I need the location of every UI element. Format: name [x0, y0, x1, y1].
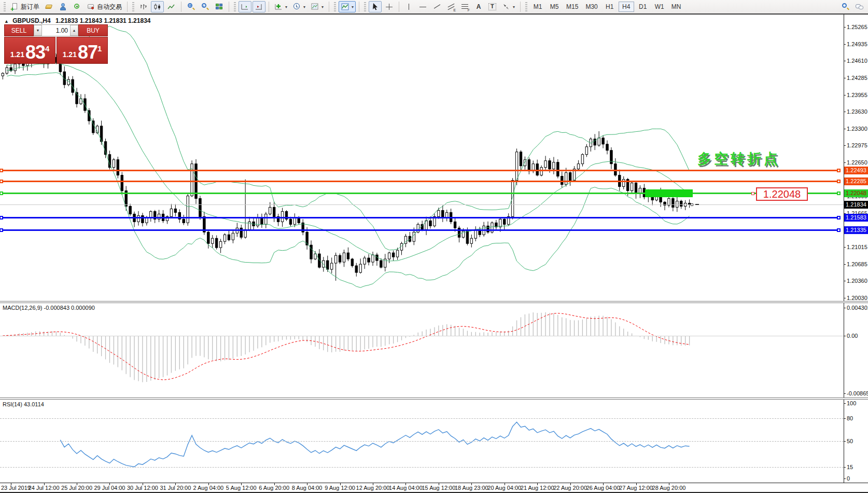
date-label: 26 Aug 04:00 — [586, 485, 620, 491]
ohlc-values: 1.21833 1.21843 1.21831 1.21834 — [55, 17, 151, 24]
cursor-tool-button[interactable] — [369, 1, 382, 12]
buy-price-box[interactable]: 1.21871 — [57, 37, 108, 64]
line-anchor-left[interactable] — [0, 216, 3, 220]
timeframe-m30[interactable]: M30 — [582, 2, 600, 12]
bar-chart-button[interactable] — [137, 1, 150, 12]
timeframe-m15[interactable]: M15 — [563, 2, 581, 12]
price-tick — [844, 129, 846, 129]
toolbar-grip — [4, 2, 6, 11]
line-anchor-left[interactable] — [0, 191, 3, 195]
price-tick-label: 1.23300 — [847, 126, 867, 132]
price-tick — [844, 112, 846, 112]
line-anchor-right[interactable] — [837, 180, 841, 183]
current-price-tag: 1.21834 — [844, 201, 868, 209]
trendline-tool-button[interactable] — [430, 1, 443, 12]
price-callout-label[interactable]: 1.22048 — [756, 187, 808, 201]
signals-button[interactable] — [71, 1, 83, 12]
timeframe-h1[interactable]: H1 — [602, 2, 618, 12]
pane-separator-macd[interactable] — [0, 301, 868, 303]
autotrading-button[interactable]: 自动交易 — [85, 1, 124, 12]
arrows-dropdown-arrow[interactable]: ▾ — [513, 5, 515, 9]
search-button[interactable] — [839, 1, 852, 12]
horizontal-line-1.21335[interactable] — [0, 229, 839, 231]
line-chart-button[interactable] — [165, 1, 178, 12]
templates-dropdown-arrow[interactable]: ▾ — [321, 5, 324, 9]
horizontal-line-1.21583[interactable] — [0, 217, 839, 218]
new-order-button[interactable]: + 新订单 — [8, 1, 41, 12]
macd-tick — [844, 393, 846, 394]
community-button[interactable] — [57, 1, 69, 12]
line-anchor-right[interactable] — [837, 169, 841, 172]
date-label: 28 Aug 20:00 — [652, 485, 686, 491]
sell-price-box[interactable]: 1.21834 — [4, 37, 55, 64]
macd-scale-label: 0.00 — [847, 333, 858, 339]
macd-scale-label: -0.008651 — [847, 390, 868, 396]
timeframe-m1[interactable]: M1 — [530, 2, 545, 12]
line-anchor-right[interactable] — [837, 216, 841, 220]
rsi-level-15 — [0, 467, 844, 468]
chat-button[interactable] — [853, 1, 866, 12]
indicators-dropdown-arrow[interactable]: ▾ — [285, 5, 287, 9]
channel-tool-button[interactable]: E — [444, 1, 457, 12]
line-anchor-left[interactable] — [0, 169, 3, 172]
sell-button[interactable]: SELL — [4, 24, 34, 36]
last-close-dash — [695, 204, 699, 205]
line-anchor-right[interactable] — [837, 191, 841, 195]
buy-button[interactable]: BUY — [78, 24, 108, 36]
crosshair-tool-button[interactable] — [383, 1, 396, 12]
horizontal-line-1.22285[interactable] — [0, 181, 839, 182]
date-label: 23 Jul 2019 — [1, 485, 31, 491]
timeframe-w1[interactable]: W1 — [652, 2, 667, 12]
date-label: 14 Aug 04:00 — [389, 485, 423, 491]
price-callout-anchor[interactable] — [751, 192, 754, 195]
line-anchor-left[interactable] — [0, 228, 3, 232]
volume-increase-button[interactable]: ▲ — [70, 25, 78, 36]
chart-area[interactable]: ▲ GBPUSD.,H4 1.21833 1.21843 1.21831 1.2… — [0, 15, 868, 492]
timeframe-mn[interactable]: MN — [668, 2, 684, 12]
templates-button[interactable]: ▾ — [309, 1, 326, 12]
zoom-out-button[interactable]: - — [199, 1, 212, 12]
rsi-tick — [844, 467, 846, 468]
candlestick-chart-button[interactable] — [151, 1, 164, 12]
volume-decrease-button[interactable]: ▼ — [34, 25, 42, 36]
volume-input[interactable] — [42, 25, 70, 36]
horizontal-line-tool-button[interactable] — [416, 1, 429, 12]
timeframe-h4[interactable]: H4 — [619, 2, 634, 12]
chart-profile-dropdown-arrow[interactable]: ▾ — [352, 5, 354, 9]
price-tick — [844, 95, 846, 95]
autotrading-label: 自动交易 — [97, 3, 122, 11]
auto-scroll-button[interactable] — [239, 1, 251, 12]
collapse-triangle-icon[interactable]: ▲ — [4, 19, 9, 24]
metaeditor-button[interactable] — [43, 1, 55, 12]
zoom-in-button[interactable]: + — [185, 1, 198, 12]
chart-shift-button[interactable] — [253, 1, 265, 12]
chart-profile-button[interactable]: ▾ — [339, 1, 356, 12]
highlight-rectangle[interactable] — [645, 189, 693, 198]
horizontal-line-1.22048[interactable] — [0, 193, 839, 194]
price-tick-label: 1.22975 — [847, 142, 867, 148]
bar-chart-icon — [139, 3, 148, 11]
turning-point-annotation[interactable]: 多空转折点 — [697, 149, 780, 168]
tile-windows-icon — [215, 3, 223, 11]
timeframe-d1[interactable]: D1 — [635, 2, 651, 12]
text-label-tool-button[interactable]: T — [486, 1, 499, 12]
fibonacci-icon: F — [460, 3, 469, 11]
fibonacci-tool-button[interactable]: F — [458, 1, 471, 12]
buy-price-pip: 1 — [97, 44, 102, 53]
price-chart-canvas[interactable] — [0, 15, 868, 492]
community-icon — [59, 3, 67, 11]
indicators-button[interactable]: ▾ — [272, 1, 289, 12]
line-anchor-right[interactable] — [837, 228, 841, 232]
horizontal-line-1.22493[interactable] — [0, 170, 839, 171]
vertical-line-tool-button[interactable] — [402, 1, 415, 12]
arrows-tool-button[interactable]: ▾ — [500, 1, 517, 12]
text-tool-button[interactable]: A — [472, 1, 485, 12]
templates-icon — [311, 3, 319, 11]
macd-tick — [844, 308, 846, 308]
line-anchor-left[interactable] — [0, 180, 3, 183]
periods-dropdown-arrow[interactable]: ▾ — [303, 5, 305, 9]
periods-button[interactable]: ▾ — [290, 1, 307, 12]
pane-separator-rsi[interactable] — [0, 398, 868, 400]
tile-windows-button[interactable] — [213, 1, 226, 12]
timeframe-m5[interactable]: M5 — [547, 2, 562, 12]
